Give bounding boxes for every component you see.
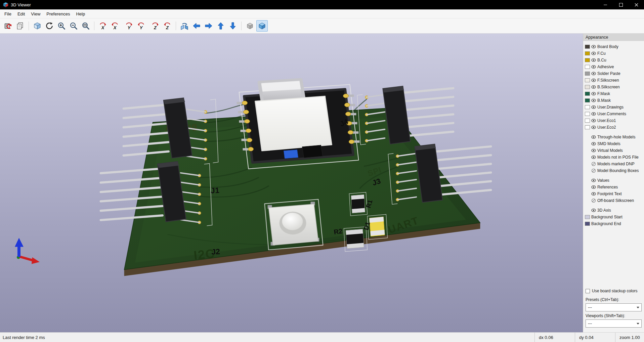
copy-image-button[interactable] [14, 20, 26, 32]
rotate-x-counterclockwise-button[interactable]: X [109, 20, 121, 32]
visibility-eye-icon[interactable] [591, 98, 596, 103]
visibility-eye-icon[interactable] [591, 208, 596, 213]
zoom-out-button[interactable] [68, 20, 79, 32]
zoom-in-button[interactable] [56, 20, 67, 32]
color-swatch[interactable] [585, 119, 590, 123]
appearance-row-footprint-text[interactable]: Footprint Text [585, 190, 643, 197]
color-swatch[interactable] [585, 65, 590, 69]
visibility-eye-icon[interactable] [591, 185, 596, 189]
color-swatch[interactable] [585, 58, 590, 62]
appearance-row-models-not-in-pos-file[interactable]: Models not in POS File [585, 154, 643, 161]
menu-file[interactable]: File [1, 9, 14, 18]
appearance-row-user-comments[interactable]: User.Comments [585, 111, 643, 117]
close-button[interactable] [629, 0, 644, 9]
perspective-projection-button[interactable] [256, 20, 268, 32]
rotate-z-counterclockwise-button[interactable]: Z [162, 20, 173, 32]
color-swatch[interactable] [585, 78, 590, 82]
rotate-z-clockwise-button[interactable]: Z [149, 20, 161, 32]
rotate-x-clockwise-button[interactable]: X [97, 20, 109, 32]
visibility-eye-icon[interactable] [591, 155, 596, 160]
visibility-eye-icon[interactable] [591, 178, 596, 183]
visibility-eye-icon[interactable] [591, 112, 596, 116]
maximize-button[interactable] [613, 0, 629, 9]
menu-help[interactable]: Help [73, 9, 88, 18]
visibility-eye-icon[interactable] [591, 71, 596, 76]
appearance-row-models-marked-dnp[interactable]: Models marked DNP [585, 161, 643, 167]
appearance-row-user-drawings[interactable]: User.Drawings [585, 104, 643, 111]
appearance-row-smd-models[interactable]: SMD Models [585, 140, 643, 147]
rotate-y-clockwise-button[interactable]: Y [123, 20, 135, 32]
visibility-eye-icon[interactable] [591, 118, 596, 123]
menu-preferences[interactable]: Preferences [43, 9, 73, 18]
reload-board-button[interactable] [2, 20, 14, 32]
appearance-row-through-hole-models[interactable]: Through-hole Models [585, 134, 643, 140]
color-swatch[interactable] [585, 98, 590, 102]
stackup-colors-option[interactable]: Use board stackup colors [586, 289, 642, 293]
appearance-row-board-body[interactable]: Board Body [585, 43, 643, 50]
color-swatch[interactable] [585, 112, 590, 116]
appearance-row-model-bounding-boxes[interactable]: Model Bounding Boxes [585, 167, 643, 174]
menu-edit[interactable]: Edit [14, 9, 28, 18]
move-down-button[interactable] [227, 20, 239, 32]
visibility-eye-icon[interactable] [591, 148, 596, 153]
color-swatch[interactable] [585, 222, 590, 226]
appearance-row-references[interactable]: References [585, 184, 643, 190]
move-up-button[interactable] [215, 20, 226, 32]
menu-bar: FileEditViewPreferencesHelp [0, 9, 644, 18]
presets-dropdown[interactable]: --- [586, 303, 642, 311]
appearance-row-background-start[interactable]: Background Start [585, 214, 643, 220]
appearance-row-values[interactable]: Values [585, 177, 643, 184]
appearance-row-f-cu[interactable]: F.Cu [585, 50, 643, 57]
appearance-row-f-silkscreen[interactable]: F.Silkscreen [585, 77, 643, 84]
visibility-eye-icon[interactable] [591, 125, 596, 130]
visibility-eye-icon[interactable] [591, 65, 596, 69]
color-swatch[interactable] [585, 72, 590, 76]
appearance-row-b-cu[interactable]: B.Cu [585, 57, 643, 63]
hidden-icon[interactable] [591, 162, 596, 166]
color-swatch[interactable] [585, 85, 590, 89]
appearance-row-virtual-models[interactable]: Virtual Models [585, 147, 643, 154]
color-swatch[interactable] [585, 45, 590, 49]
redraw-button[interactable] [44, 20, 55, 32]
color-swatch[interactable] [585, 215, 590, 219]
appearance-row-user-eco2[interactable]: User.Eco2 [585, 124, 643, 131]
appearance-row-adhesive[interactable]: Adhesive [585, 63, 643, 70]
appearance-row-solder-paste[interactable]: Solder Paste [585, 70, 643, 77]
appearance-row-b-mask[interactable]: B.Mask [585, 97, 643, 104]
move-right-button[interactable] [203, 20, 214, 32]
visibility-eye-icon[interactable] [591, 191, 596, 196]
3d-viewport[interactable]: Analog I2C UART SPI [0, 34, 583, 332]
minimize-button[interactable] [598, 0, 613, 9]
rotate-y-counterclockwise-button[interactable]: Y [135, 20, 147, 32]
color-swatch[interactable] [585, 125, 590, 129]
appearance-row-b-silkscreen[interactable]: B.Silkscreen [585, 84, 643, 90]
orthographic-projection-button[interactable] [244, 20, 256, 32]
flip-board-button[interactable] [179, 20, 190, 32]
visibility-eye-icon[interactable] [591, 51, 596, 56]
visibility-eye-icon[interactable] [591, 78, 596, 83]
color-swatch[interactable] [585, 92, 590, 96]
visibility-eye-icon[interactable] [591, 58, 596, 62]
viewports-dropdown[interactable]: --- [586, 319, 642, 328]
visibility-eye-icon[interactable] [591, 105, 596, 110]
stackup-colors-checkbox[interactable] [586, 289, 590, 293]
appearance-row-off-board-silkscreen[interactable]: Off-board Silkscreen [585, 197, 643, 204]
visibility-eye-icon[interactable] [591, 141, 596, 146]
appearance-row-f-mask[interactable]: F.Mask [585, 90, 643, 97]
color-swatch[interactable] [585, 51, 590, 55]
hidden-icon[interactable] [591, 198, 596, 203]
visibility-eye-icon[interactable] [591, 91, 596, 96]
appearance-row-3d-axis[interactable]: 3D Axis [585, 207, 643, 214]
hidden-icon[interactable] [591, 168, 596, 173]
zoom-fit-button[interactable] [80, 20, 91, 32]
color-swatch[interactable] [585, 105, 590, 109]
appearance-row-background-end[interactable]: Background End [585, 220, 643, 227]
menu-view[interactable]: View [28, 9, 43, 18]
appearance-row-user-eco1[interactable]: User.Eco1 [585, 117, 643, 124]
svg-text:X: X [113, 25, 117, 30]
home-view-button[interactable] [32, 20, 43, 32]
move-left-button[interactable] [191, 20, 202, 32]
visibility-eye-icon[interactable] [591, 44, 596, 49]
visibility-eye-icon[interactable] [591, 85, 596, 89]
visibility-eye-icon[interactable] [591, 135, 596, 139]
